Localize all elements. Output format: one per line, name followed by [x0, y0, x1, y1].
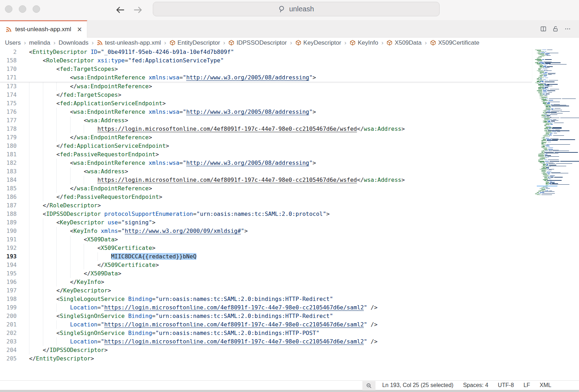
- zoom-out-button[interactable]: [362, 381, 375, 390]
- line-number[interactable]: 195: [0, 269, 17, 278]
- code-text[interactable]: Location="https://login.microsoftonline.…: [29, 320, 378, 329]
- line-number[interactable]: 187: [0, 201, 17, 210]
- line-number[interactable]: 198: [0, 295, 17, 303]
- line-number[interactable]: 199: [0, 303, 17, 312]
- line-number[interactable]: 196: [0, 278, 17, 286]
- code-text[interactable]: <fed:ApplicationServiceEndpoint>: [29, 99, 166, 108]
- search-input[interactable]: unleash: [153, 2, 440, 16]
- line-number[interactable]: 201: [0, 320, 17, 329]
- line-number[interactable]: 180: [0, 142, 17, 150]
- line-number[interactable]: 183: [0, 167, 17, 176]
- code-text[interactable]: </EntityDescriptor>: [29, 354, 94, 363]
- breadcrumb-item-x509data[interactable]: X509Data: [386, 39, 422, 46]
- split-editor-button[interactable]: [540, 26, 547, 32]
- line-number[interactable]: 181: [0, 150, 17, 159]
- line-number[interactable]: 176: [0, 108, 17, 116]
- code-text[interactable]: <wsa:Address>: [29, 116, 128, 125]
- indentation-status[interactable]: Spaces: 4: [463, 382, 488, 388]
- code-text[interactable]: <wsa:EndpointReference xmlns:wsa="http:/…: [29, 73, 316, 82]
- tab-test-unleash-app-xml[interactable]: test-unleash-app.xml ×: [0, 20, 87, 38]
- code-text[interactable]: </KeyInfo>: [29, 278, 104, 286]
- line-number[interactable]: 203: [0, 337, 17, 346]
- traffic-light-minimize[interactable]: [19, 5, 26, 13]
- breadcrumb-item-idpssodescriptor[interactable]: IDPSSODescriptor: [228, 39, 287, 46]
- code-text[interactable]: </wsa:EndpointReference>: [29, 133, 152, 142]
- line-number[interactable]: 186: [0, 193, 17, 201]
- code-text[interactable]: </KeyDescriptor>: [29, 286, 111, 295]
- traffic-light-close[interactable]: [5, 5, 12, 13]
- more-actions-button[interactable]: [564, 26, 571, 32]
- code-text[interactable]: <SingleSignOnService Binding="urn:oasis:…: [29, 329, 319, 337]
- line-number[interactable]: 178: [0, 125, 17, 133]
- line-number[interactable]: 171: [0, 73, 17, 82]
- breadcrumb-item-melinda[interactable]: melinda: [29, 39, 50, 46]
- code-text[interactable]: </fed:ApplicationServiceEndpoint>: [29, 142, 169, 150]
- line-number[interactable]: 191: [0, 235, 17, 244]
- code-text[interactable]: <fed:PassiveRequestorEndpoint>: [29, 150, 159, 159]
- code-text[interactable]: </RoleDescriptor>: [29, 201, 101, 210]
- code-text[interactable]: <X509Data>: [29, 235, 118, 244]
- line-number[interactable]: 175: [0, 99, 17, 108]
- line-number[interactable]: 174: [0, 91, 17, 99]
- breadcrumb-item-test-unleash-app-xml[interactable]: test-unleash-app.xml: [97, 39, 161, 46]
- breadcrumb-item-keydescriptor[interactable]: KeyDescriptor: [295, 39, 341, 46]
- code-text[interactable]: </IDPSSODescriptor>: [29, 346, 108, 354]
- code-text[interactable]: <wsa:EndpointReference xmlns:wsa="http:/…: [29, 159, 316, 167]
- breadcrumb-item-downloads[interactable]: Downloads: [59, 39, 88, 46]
- line-number[interactable]: 190: [0, 227, 17, 235]
- code-text[interactable]: <IDPSSODescriptor protocolSupportEnumera…: [29, 210, 330, 218]
- code-text[interactable]: <wsa:Address>: [29, 167, 128, 176]
- code-text[interactable]: <fed:TargetScopes>: [29, 65, 118, 73]
- code-text[interactable]: </X509Certificate>: [29, 261, 159, 269]
- breadcrumb-item-keyinfo[interactable]: KeyInfo: [350, 39, 378, 46]
- code-text[interactable]: </X509Data>: [29, 269, 121, 278]
- line-number[interactable]: 177: [0, 116, 17, 125]
- line-number[interactable]: 192: [0, 244, 17, 252]
- code-text[interactable]: https://login.microsoftonline.com/4ef809…: [29, 176, 405, 184]
- traffic-light-zoom[interactable]: [33, 5, 40, 13]
- line-number[interactable]: 188: [0, 210, 17, 218]
- line-number[interactable]: 158: [0, 56, 17, 65]
- encoding-status[interactable]: UTF-8: [498, 382, 514, 388]
- code-text[interactable]: <wsa:EndpointReference xmlns:wsa="http:/…: [29, 108, 316, 116]
- cursor-position[interactable]: Ln 193, Col 25 (25 selected): [382, 382, 453, 388]
- breadcrumb-item-users[interactable]: Users: [5, 39, 21, 46]
- forward-button[interactable]: [132, 4, 144, 16]
- code-text[interactable]: <KeyDescriptor use="signing">: [29, 218, 155, 227]
- code-text[interactable]: https://login.microsoftonline.com/4ef809…: [29, 125, 405, 133]
- line-number[interactable]: 170: [0, 65, 17, 73]
- code-text[interactable]: <KeyInfo xmlns="http://www.w3.org/2000/0…: [29, 227, 248, 235]
- line-number[interactable]: 2: [0, 48, 17, 56]
- line-number[interactable]: 204: [0, 346, 17, 354]
- eol-status[interactable]: LF: [523, 382, 530, 388]
- line-number[interactable]: 193: [0, 252, 17, 261]
- code-text[interactable]: </fed:TargetScopes>: [29, 91, 121, 99]
- breadcrumb-item-x509certificate[interactable]: X509Certificate: [430, 39, 479, 46]
- minimap[interactable]: [533, 50, 578, 196]
- line-number[interactable]: 179: [0, 133, 17, 142]
- code-text[interactable]: MIIC8DCCA{{redacted}}bNeQ: [29, 252, 196, 261]
- line-number[interactable]: 197: [0, 286, 17, 295]
- code-text[interactable]: <SingleSignOnService Binding="urn:oasis:…: [29, 312, 333, 320]
- line-number[interactable]: 189: [0, 218, 17, 227]
- line-number[interactable]: 182: [0, 159, 17, 167]
- line-number[interactable]: 194: [0, 261, 17, 269]
- line-number[interactable]: 185: [0, 184, 17, 193]
- code-text[interactable]: <EntityDescriptor ID="_0be4911f-95eb-424…: [29, 48, 234, 56]
- code-text[interactable]: </fed:PassiveRequestorEndpoint>: [29, 193, 162, 201]
- code-text[interactable]: </wsa:EndpointReference>: [29, 82, 152, 91]
- unlock-icon[interactable]: [552, 26, 559, 32]
- code-text[interactable]: <RoleDescriptor xsi:type="fed:Applicatio…: [29, 56, 224, 65]
- language-mode[interactable]: XML: [540, 382, 551, 388]
- code-text[interactable]: </wsa:EndpointReference>: [29, 184, 152, 193]
- tab-close-button[interactable]: ×: [77, 26, 83, 34]
- line-number[interactable]: 184: [0, 176, 17, 184]
- line-number[interactable]: 173: [0, 82, 17, 91]
- back-button[interactable]: [114, 4, 126, 16]
- breadcrumb-item-entitydescriptor[interactable]: EntityDescriptor: [169, 39, 220, 46]
- line-number[interactable]: 200: [0, 312, 17, 320]
- code-text[interactable]: <X509Certificate>: [29, 244, 155, 252]
- code-text[interactable]: <SingleLogoutService Binding="urn:oasis:…: [29, 295, 333, 303]
- line-number[interactable]: 205: [0, 354, 17, 363]
- line-number[interactable]: 202: [0, 329, 17, 337]
